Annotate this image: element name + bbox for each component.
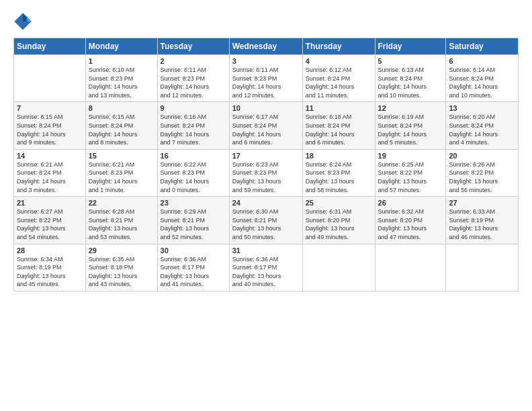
day-cell: 16Sunrise: 6:22 AMSunset: 8:23 PMDayligh… [157,149,229,196]
day-info: Sunrise: 6:24 AMSunset: 8:23 PMDaylight:… [306,161,372,194]
day-cell: 29Sunrise: 6:35 AMSunset: 8:18 PMDayligh… [85,244,157,291]
day-number: 31 [232,246,300,255]
day-cell: 12Sunrise: 6:19 AMSunset: 8:24 PMDayligh… [375,102,446,149]
day-info: Sunrise: 6:27 AMSunset: 8:22 PMDaylight:… [17,208,83,241]
day-info: Sunrise: 6:33 AMSunset: 8:19 PMDaylight:… [449,208,515,241]
day-cell: 23Sunrise: 6:29 AMSunset: 8:21 PMDayligh… [157,197,229,244]
day-cell [302,244,375,291]
day-number: 22 [89,199,154,207]
day-cell: 28Sunrise: 6:34 AMSunset: 8:19 PMDayligh… [14,244,86,291]
day-cell: 17Sunrise: 6:23 AMSunset: 8:23 PMDayligh… [229,149,302,196]
week-row-1: 1Sunrise: 6:10 AMSunset: 8:23 PMDaylight… [14,55,519,102]
day-number: 7 [17,104,83,112]
day-cell: 4Sunrise: 6:12 AMSunset: 8:24 PMDaylight… [302,55,375,102]
day-info: Sunrise: 6:25 AMSunset: 8:22 PMDaylight:… [378,161,443,194]
day-info: Sunrise: 6:20 AMSunset: 8:24 PMDaylight:… [449,113,515,146]
day-info: Sunrise: 6:36 AMSunset: 8:17 PMDaylight:… [161,255,226,289]
day-number: 18 [306,152,372,160]
day-cell: 10Sunrise: 6:17 AMSunset: 8:24 PMDayligh… [229,102,302,149]
day-info: Sunrise: 6:21 AMSunset: 8:24 PMDaylight:… [17,161,83,194]
day-cell: 20Sunrise: 6:26 AMSunset: 8:22 PMDayligh… [446,149,519,196]
day-number: 20 [449,152,515,160]
day-info: Sunrise: 6:29 AMSunset: 8:21 PMDaylight:… [161,208,226,241]
day-cell: 15Sunrise: 6:21 AMSunset: 8:23 PMDayligh… [85,149,157,196]
day-number: 29 [89,246,154,255]
day-cell: 30Sunrise: 6:36 AMSunset: 8:17 PMDayligh… [157,244,229,291]
day-info: Sunrise: 6:18 AMSunset: 8:24 PMDaylight:… [306,113,372,146]
day-cell [446,244,519,291]
page: SundayMondayTuesdayWednesdayThursdayFrid… [0,0,532,298]
header-row: SundayMondayTuesdayWednesdayThursdayFrid… [14,38,519,55]
logo [13,12,34,31]
day-cell: 26Sunrise: 6:32 AMSunset: 8:20 PMDayligh… [375,197,446,244]
day-header-sunday: Sunday [14,38,86,55]
day-number: 30 [161,246,226,255]
day-cell: 9Sunrise: 6:16 AMSunset: 8:24 PMDaylight… [157,102,229,149]
day-cell: 22Sunrise: 6:28 AMSunset: 8:21 PMDayligh… [85,197,157,244]
day-cell: 6Sunrise: 6:14 AMSunset: 8:24 PMDaylight… [446,55,519,102]
day-cell: 7Sunrise: 6:15 AMSunset: 8:24 PMDaylight… [14,102,86,149]
day-cell: 5Sunrise: 6:13 AMSunset: 8:24 PMDaylight… [375,55,446,102]
day-header-tuesday: Tuesday [157,38,229,55]
day-number: 17 [232,152,300,160]
day-info: Sunrise: 6:32 AMSunset: 8:20 PMDaylight:… [378,208,443,241]
day-cell [375,244,446,291]
day-number: 8 [89,104,154,112]
day-cell: 25Sunrise: 6:31 AMSunset: 8:20 PMDayligh… [302,197,375,244]
day-number: 26 [378,199,443,207]
day-number: 16 [161,152,226,160]
week-row-5: 28Sunrise: 6:34 AMSunset: 8:19 PMDayligh… [14,244,519,291]
day-info: Sunrise: 6:11 AMSunset: 8:23 PMDaylight:… [161,66,226,99]
day-info: Sunrise: 6:14 AMSunset: 8:24 PMDaylight:… [449,66,515,99]
day-info: Sunrise: 6:34 AMSunset: 8:19 PMDaylight:… [17,255,83,289]
day-number: 10 [232,104,300,112]
day-cell: 11Sunrise: 6:18 AMSunset: 8:24 PMDayligh… [302,102,375,149]
day-info: Sunrise: 6:17 AMSunset: 8:24 PMDaylight:… [232,113,300,146]
day-cell: 8Sunrise: 6:15 AMSunset: 8:24 PMDaylight… [85,102,157,149]
day-info: Sunrise: 6:11 AMSunset: 8:23 PMDaylight:… [232,66,300,99]
day-header-friday: Friday [375,38,446,55]
day-number: 5 [378,57,443,65]
day-header-saturday: Saturday [446,38,519,55]
day-number: 27 [449,199,515,207]
day-header-wednesday: Wednesday [229,38,302,55]
day-info: Sunrise: 6:16 AMSunset: 8:24 PMDaylight:… [161,113,226,146]
day-cell: 19Sunrise: 6:25 AMSunset: 8:22 PMDayligh… [375,149,446,196]
day-number: 24 [232,199,300,207]
day-info: Sunrise: 6:28 AMSunset: 8:21 PMDaylight:… [89,208,154,241]
day-info: Sunrise: 6:19 AMSunset: 8:24 PMDaylight:… [378,113,443,146]
logo-icon [13,12,32,31]
day-cell: 1Sunrise: 6:10 AMSunset: 8:23 PMDaylight… [85,55,157,102]
day-cell: 27Sunrise: 6:33 AMSunset: 8:19 PMDayligh… [446,197,519,244]
header [13,12,519,31]
day-header-thursday: Thursday [302,38,375,55]
week-row-3: 14Sunrise: 6:21 AMSunset: 8:24 PMDayligh… [14,149,519,196]
day-number: 13 [449,104,515,112]
day-number: 25 [306,199,372,207]
day-cell: 13Sunrise: 6:20 AMSunset: 8:24 PMDayligh… [446,102,519,149]
day-header-monday: Monday [85,38,157,55]
day-info: Sunrise: 6:23 AMSunset: 8:23 PMDaylight:… [232,161,300,194]
day-info: Sunrise: 6:22 AMSunset: 8:23 PMDaylight:… [161,161,226,194]
svg-marker-2 [27,16,32,21]
day-number: 21 [17,199,83,207]
day-number: 4 [306,57,372,65]
day-info: Sunrise: 6:12 AMSunset: 8:24 PMDaylight:… [306,66,372,99]
day-number: 2 [161,57,226,65]
day-number: 3 [232,57,300,65]
day-info: Sunrise: 6:35 AMSunset: 8:18 PMDaylight:… [89,255,154,289]
day-info: Sunrise: 6:13 AMSunset: 8:24 PMDaylight:… [378,66,443,99]
day-number: 6 [449,57,515,65]
day-number: 28 [17,246,83,255]
day-info: Sunrise: 6:30 AMSunset: 8:21 PMDaylight:… [232,208,300,241]
day-number: 14 [17,152,83,160]
day-number: 23 [161,199,226,207]
day-cell [14,55,86,102]
day-cell: 18Sunrise: 6:24 AMSunset: 8:23 PMDayligh… [302,149,375,196]
day-info: Sunrise: 6:15 AMSunset: 8:24 PMDaylight:… [17,113,83,146]
day-info: Sunrise: 6:31 AMSunset: 8:20 PMDaylight:… [306,208,372,241]
day-info: Sunrise: 6:36 AMSunset: 8:17 PMDaylight:… [232,255,300,289]
day-cell: 21Sunrise: 6:27 AMSunset: 8:22 PMDayligh… [14,197,86,244]
calendar-table: SundayMondayTuesdayWednesdayThursdayFrid… [13,38,519,291]
day-cell: 31Sunrise: 6:36 AMSunset: 8:17 PMDayligh… [229,244,302,291]
